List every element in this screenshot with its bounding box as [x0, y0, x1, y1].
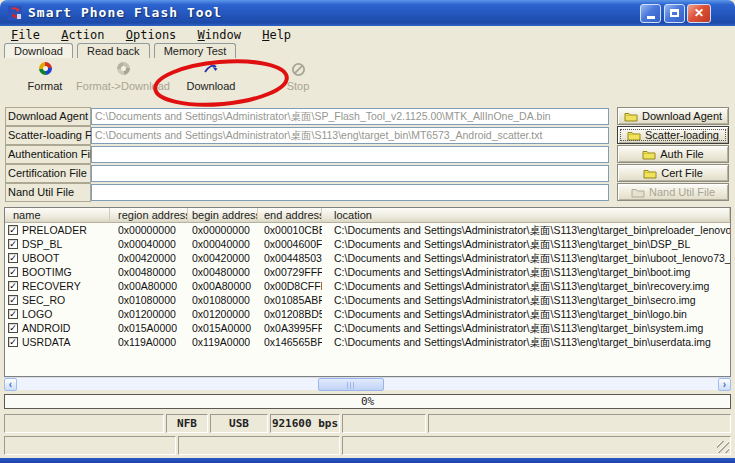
- end-address: 0x00010CBB: [258, 223, 322, 237]
- table-row[interactable]: ANDROID 0x015A0000 0x015A0000 0x0A3995FF…: [5, 321, 730, 335]
- folder-icon: [642, 149, 656, 160]
- partition-name: DSP_BL: [22, 237, 62, 251]
- table-row[interactable]: RECOVERY 0x00A80000 0x00A80000 0x00D8CFF…: [5, 279, 730, 293]
- progress-bar: 0%: [4, 394, 731, 409]
- maximize-button[interactable]: [664, 4, 685, 23]
- row-checkbox[interactable]: [8, 253, 18, 263]
- region-address: 0x00420000: [110, 251, 188, 265]
- download-button[interactable]: Download: [171, 62, 251, 92]
- row-checkbox[interactable]: [8, 281, 18, 291]
- file-location: C:\Documents and Settings\Administrator\…: [322, 335, 730, 349]
- tab-read-back[interactable]: Read back: [77, 43, 150, 58]
- status-cell-baudrate: 921600 bps: [270, 414, 340, 433]
- scroll-right-arrow-icon[interactable]: ›: [718, 378, 731, 391]
- row-checkbox[interactable]: [8, 225, 18, 235]
- app-window: Smart Phone Flash Tool ✕ File Action Opt…: [0, 0, 735, 463]
- table-row[interactable]: BOOTIMG 0x00480000 0x00480000 0x00729FFF…: [5, 265, 730, 279]
- col-location[interactable]: location: [322, 208, 730, 223]
- partition-name: ANDROID: [22, 321, 70, 335]
- begin-address: 0x01080000: [188, 293, 258, 307]
- row-checkbox[interactable]: [8, 309, 18, 319]
- partition-name: USRDATA: [22, 335, 71, 349]
- begin-address: 0x00420000: [188, 251, 258, 265]
- scroll-left-arrow-icon[interactable]: ‹: [4, 378, 17, 391]
- region-address: 0x01080000: [110, 293, 188, 307]
- menu-options[interactable]: Options: [119, 27, 184, 43]
- col-begin-address[interactable]: begin address: [188, 208, 258, 223]
- nand-util-label: Nand Util File: [5, 183, 91, 202]
- file-location: C:\Documents and Settings\Administrator\…: [322, 223, 730, 237]
- format-download-button[interactable]: Format->Download: [68, 62, 178, 92]
- status-cell-empty: [342, 436, 731, 455]
- row-checkbox[interactable]: [8, 267, 18, 277]
- stop-label: Stop: [287, 80, 310, 92]
- auth-file-browse-button[interactable]: Auth File: [617, 145, 729, 163]
- region-address: 0x01200000: [110, 307, 188, 321]
- download-agent-browse-button[interactable]: Download Agent: [617, 107, 729, 125]
- folder-icon-disabled: [631, 187, 645, 198]
- progress-percent: 0%: [361, 395, 374, 408]
- cert-file-label: Certification File: [5, 164, 91, 183]
- auth-file-field[interactable]: [91, 146, 609, 163]
- format-label: Format: [28, 80, 63, 92]
- window-border-bottom: [0, 458, 735, 463]
- row-checkbox[interactable]: [8, 239, 18, 249]
- menu-file[interactable]: File: [4, 27, 47, 43]
- file-location: C:\Documents and Settings\Administrator\…: [322, 279, 730, 293]
- stop-button[interactable]: Stop: [263, 62, 333, 92]
- format-icon: [39, 62, 52, 75]
- partition-name: LOGO: [22, 307, 52, 321]
- region-address: 0x119A0000: [110, 335, 188, 349]
- download-agent-field[interactable]: C:\Documents and Settings\Administrator\…: [91, 108, 609, 125]
- file-location: C:\Documents and Settings\Administrator\…: [322, 307, 730, 321]
- table-row[interactable]: LOGO 0x01200000 0x01200000 0x01208BD5 C:…: [5, 307, 730, 321]
- file-location: C:\Documents and Settings\Administrator\…: [322, 237, 730, 251]
- table-row[interactable]: SEC_RO 0x01080000 0x01080000 0x01085ABF …: [5, 293, 730, 307]
- scrollbar-thumb[interactable]: [318, 378, 384, 391]
- table-row[interactable]: USRDATA 0x119A0000 0x119A0000 0x146565BF…: [5, 335, 730, 349]
- close-button[interactable]: ✕: [687, 4, 711, 23]
- nand-util-field[interactable]: [91, 184, 609, 201]
- table-row[interactable]: DSP_BL 0x00040000 0x00040000 0x0004600F …: [5, 237, 730, 251]
- menu-action[interactable]: Action: [54, 27, 111, 43]
- end-address: 0x146565BF: [258, 335, 322, 349]
- scatter-loading-browse-button[interactable]: Scatter-loading: [617, 126, 729, 144]
- end-address: 0x00D8CFFF: [258, 279, 322, 293]
- end-address: 0x01208BD5: [258, 307, 322, 321]
- horizontal-scrollbar[interactable]: ‹ ›: [4, 377, 731, 390]
- tab-memory-test[interactable]: Memory Test: [154, 43, 237, 58]
- status-cell-mode: NFB: [166, 414, 208, 433]
- resize-grip[interactable]: [717, 441, 729, 453]
- begin-address: 0x00040000: [188, 237, 258, 251]
- cert-file-field[interactable]: [91, 165, 609, 182]
- col-region-address[interactable]: region address: [110, 208, 188, 223]
- menu-help[interactable]: Help: [255, 27, 298, 43]
- status-cell-empty: [342, 414, 426, 433]
- download-label: Download: [187, 80, 236, 92]
- status-bar-secondary: [4, 436, 731, 455]
- menu-window[interactable]: Window: [191, 27, 248, 43]
- region-address: 0x00040000: [110, 237, 188, 251]
- end-address: 0x00729FFF: [258, 265, 322, 279]
- minimize-button[interactable]: [640, 4, 661, 23]
- stop-icon: [291, 62, 306, 77]
- table-row[interactable]: UBOOT 0x00420000 0x00420000 0x00448503 C…: [5, 251, 730, 265]
- col-end-address[interactable]: end address: [258, 208, 322, 223]
- scatter-file-field[interactable]: C:\Documents and Settings\Administrator\…: [91, 127, 609, 144]
- folder-icon: [627, 130, 641, 141]
- row-checkbox[interactable]: [8, 323, 18, 333]
- row-checkbox[interactable]: [8, 295, 18, 305]
- nand-util-browse-button[interactable]: Nand Util File: [617, 183, 729, 201]
- begin-address: 0x015A0000: [188, 321, 258, 335]
- cert-file-browse-button[interactable]: Cert File: [617, 164, 729, 182]
- end-address: 0x0004600F: [258, 237, 322, 251]
- tab-download[interactable]: Download: [4, 43, 73, 58]
- status-cell-empty: [428, 414, 731, 433]
- begin-address: 0x119A0000: [188, 335, 258, 349]
- table-row[interactable]: PRELOADER 0x00000000 0x00000000 0x00010C…: [5, 223, 730, 237]
- format-download-icon: [117, 62, 130, 75]
- col-name[interactable]: name: [5, 208, 110, 223]
- begin-address: 0x00A80000: [188, 279, 258, 293]
- row-checkbox[interactable]: [8, 337, 18, 347]
- folder-icon: [624, 111, 638, 122]
